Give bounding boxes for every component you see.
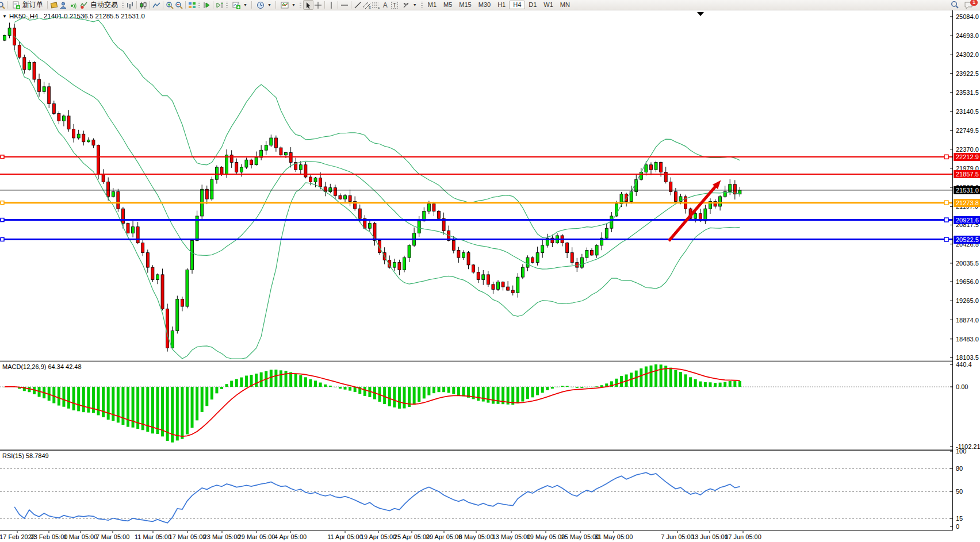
separator	[150, 1, 150, 9]
new-order-label: 新订单	[22, 0, 43, 10]
new-chart-icon	[232, 1, 241, 9]
auto-scroll-icon[interactable]	[202, 1, 211, 9]
timeframe-d1[interactable]: D1	[525, 1, 540, 9]
time-axis-label: 11 Mar 05:00	[135, 533, 171, 540]
separator	[324, 1, 325, 9]
time-axis-label: 7 Mar 05:00	[96, 533, 130, 540]
time-axis-label: 25 Apr 05:00	[394, 533, 430, 540]
text-tool-icon[interactable]: A	[381, 1, 390, 9]
chart-menu-arrow-icon[interactable]: ▼	[2, 14, 7, 19]
signal-icon[interactable]	[68, 1, 77, 9]
channel-tool-icon[interactable]: E	[362, 1, 372, 9]
zoom-out-icon[interactable]	[174, 1, 183, 9]
toolbar-grip	[122, 2, 124, 9]
timeframe-w1[interactable]: W1	[540, 1, 557, 9]
level-price-tag: 21273.8	[954, 199, 980, 207]
timeframe-m5[interactable]: M5	[440, 1, 455, 9]
level-price-tag: 20921.6	[954, 216, 980, 224]
price-axis-label: 23531.5	[956, 89, 980, 97]
level-lines[interactable]	[0, 155, 952, 241]
arrows-tool-dropdown[interactable]: ▼	[399, 1, 419, 10]
dropdown-arrow-icon: ▼	[413, 3, 417, 7]
chart-search-icon[interactable]	[0, 1, 5, 9]
rsi-axis-label: 100	[956, 448, 980, 455]
price-axis-label: 23140.5	[956, 108, 980, 116]
bar-chart-mode-icon[interactable]	[125, 1, 135, 9]
search-icon[interactable]	[950, 1, 959, 9]
price-axis-label: 25084.0	[956, 13, 980, 21]
price-axis-label: 24302.0	[956, 51, 980, 59]
svg-text:F: F	[378, 6, 380, 9]
time-axis-label: 11 Apr 05:00	[327, 533, 363, 540]
trendline-tool-icon[interactable]	[353, 1, 362, 9]
toolbar-grip	[421, 2, 423, 9]
arrows-tool-icon	[401, 1, 411, 9]
macd-indicator-label: MACD(12,26,9) 64.34 42.48	[2, 363, 82, 370]
vertical-line-tool-icon[interactable]	[327, 1, 336, 9]
chart-window[interactable]: ▼ HK50-,H4 21401.0 21536.5 21285.5 21531…	[0, 10, 980, 542]
price-axis-label: 24693.0	[956, 32, 980, 40]
time-axis-label: 31 May 05:00	[595, 533, 633, 540]
separator	[47, 1, 48, 9]
toolbar-grip	[226, 2, 228, 9]
tile-windows-icon[interactable]	[187, 1, 197, 9]
clock-icon	[256, 1, 265, 9]
notification-badge: 1	[970, 0, 978, 6]
new-order-icon	[12, 1, 21, 9]
terminal-window: 新订单 自动交易 ▼ ▼ ▼	[0, 0, 980, 542]
dropdown-arrow-icon: ▼	[267, 3, 271, 7]
account-icon[interactable]	[59, 1, 68, 9]
zoom-in-icon[interactable]	[165, 1, 174, 9]
panel-frames	[0, 10, 953, 533]
time-axis-label: 19 Apr 05:00	[361, 533, 396, 540]
chart-canvas[interactable]	[0, 10, 980, 542]
dropdown-arrow-icon: ▼	[292, 3, 296, 7]
timeframe-m1[interactable]: M1	[424, 1, 440, 9]
trend-arrow[interactable]	[669, 180, 721, 241]
period-dropdown[interactable]: ▼	[254, 1, 274, 10]
candles	[3, 22, 741, 351]
timeframe-m15[interactable]: M15	[455, 1, 474, 9]
cursor-tool-icon[interactable]	[303, 0, 313, 10]
fibonacci-tool-icon[interactable]: F	[372, 1, 381, 9]
rsi-indicator-label: RSI(15) 58.7849	[2, 452, 49, 459]
separator	[351, 1, 351, 9]
new-chart-dropdown[interactable]: ▼	[229, 1, 250, 10]
indicator-icon	[280, 1, 289, 9]
price-axis-label: 18483.0	[956, 336, 980, 343]
timeframe-h1[interactable]: H1	[494, 1, 509, 9]
price-axis-label: 22749.5	[956, 127, 980, 134]
line-chart-mode-icon[interactable]	[152, 1, 161, 9]
price-axis-label: 20035.5	[956, 260, 980, 267]
rsi-axis-label: 80	[956, 465, 980, 472]
time-axis-label: 23 Mar 05:00	[204, 533, 241, 540]
separator	[251, 1, 252, 9]
timeframe-h4[interactable]: H4	[509, 1, 525, 9]
autotrade-label: 自动交易	[90, 0, 118, 10]
timeframe-toolbar: M1M5M15M30H1H4D1W1MN	[424, 1, 573, 9]
separator	[213, 1, 213, 9]
timeframe-mn[interactable]: MN	[557, 1, 573, 9]
candlestick-mode-icon[interactable]	[139, 1, 148, 9]
chart-shift-icon[interactable]	[215, 1, 224, 9]
time-axis-label: 4 Apr 05:00	[274, 533, 307, 540]
autotrade-button[interactable]: 自动交易	[77, 1, 120, 10]
autotrade-icon	[79, 1, 89, 9]
rsi-panel	[0, 468, 952, 523]
indicators-dropdown[interactable]: ▼	[278, 1, 298, 10]
expert-cube-icon[interactable]	[49, 1, 59, 9]
text-label-tool-icon[interactable]: T	[390, 1, 399, 9]
timeframe-m30[interactable]: M30	[475, 1, 494, 9]
time-axis-label: 17 Jun 05:00	[725, 533, 761, 540]
chart-shift-marker[interactable]	[697, 12, 704, 16]
new-order-button[interactable]: 新订单	[9, 1, 45, 10]
time-axis-label: 6 May 05:00	[459, 533, 494, 540]
price-axis-label: 19265.0	[956, 297, 980, 305]
main-toolbar: 新订单 自动交易 ▼ ▼ ▼	[0, 0, 980, 10]
horizontal-line-tool-icon[interactable]	[340, 1, 349, 9]
time-axis-label: 17 Mar 05:00	[169, 533, 206, 540]
separator	[163, 1, 163, 9]
separator	[275, 1, 276, 9]
crosshair-tool-icon[interactable]	[313, 1, 323, 9]
chart-title: ▼ HK50-,H4 21401.0 21536.5 21285.5 21531…	[2, 13, 145, 20]
